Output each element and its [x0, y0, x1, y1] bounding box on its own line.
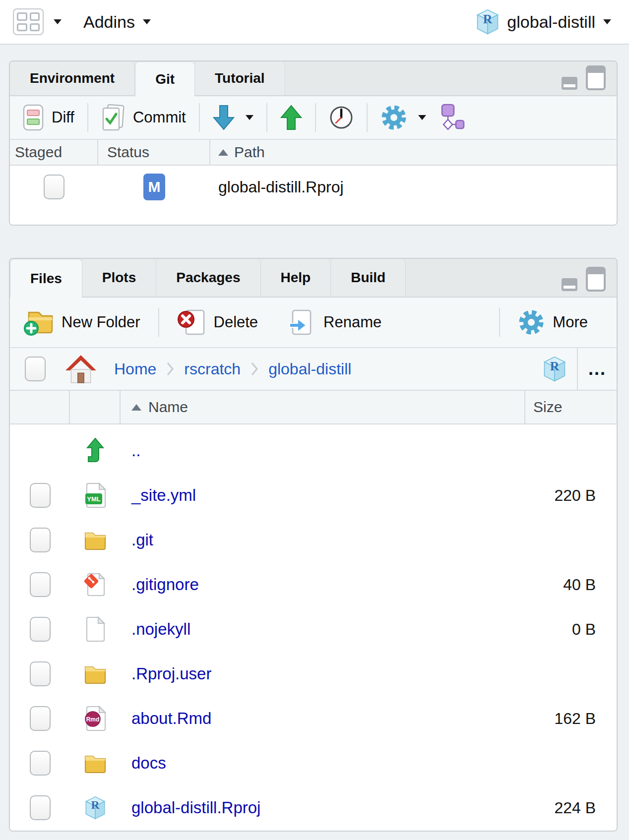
- tab-environment[interactable]: Environment: [10, 61, 135, 95]
- files-toolbar: New Folder Delete Rename Mor: [10, 298, 617, 348]
- branch-graph-icon: [440, 104, 465, 131]
- folder-icon: [84, 530, 107, 550]
- file-link[interactable]: .git: [131, 531, 153, 549]
- diff-icon: [23, 104, 44, 131]
- rename-button[interactable]: Rename: [283, 308, 386, 336]
- file-checkbox[interactable]: [30, 706, 51, 731]
- file-row: docs: [10, 741, 617, 785]
- staged-checkbox[interactable]: [44, 175, 64, 199]
- tab-packages[interactable]: Packages: [156, 259, 260, 297]
- more-button[interactable]: More: [513, 309, 593, 336]
- chevron-right-icon: [251, 361, 258, 376]
- gear-icon: [380, 104, 407, 131]
- file-link[interactable]: .gitignore: [131, 575, 199, 594]
- file-link[interactable]: global-distill.Rproj: [131, 798, 260, 817]
- file-checkbox[interactable]: [30, 483, 51, 508]
- file-row: .gitignore 40 B: [10, 562, 617, 607]
- file-link[interactable]: .Rproj.user: [131, 664, 211, 683]
- file-size: 0 B: [525, 620, 617, 639]
- minimize-pane-icon[interactable]: [561, 76, 578, 90]
- file-checkbox[interactable]: [30, 661, 51, 686]
- file-link[interactable]: .nojekyll: [131, 620, 190, 638]
- checkbox-column-header: [10, 391, 70, 423]
- name-column-header[interactable]: Name: [121, 391, 525, 423]
- git-file-path: global-distill.Rproj: [210, 178, 617, 196]
- new-folder-button[interactable]: New Folder: [19, 308, 145, 336]
- pull-down-arrow-icon: [213, 104, 235, 131]
- pane-layout-icon: [13, 8, 44, 35]
- maximize-pane-icon[interactable]: [586, 65, 606, 90]
- path-column-header[interactable]: Path: [210, 140, 617, 165]
- file-link[interactable]: ..: [131, 441, 140, 460]
- file-size: 162 B: [525, 710, 617, 728]
- file-link[interactable]: docs: [131, 754, 166, 772]
- home-icon[interactable]: [64, 354, 97, 384]
- maximize-pane-icon[interactable]: [586, 267, 606, 292]
- size-column-header[interactable]: Size: [525, 391, 617, 423]
- svg-text:R: R: [91, 798, 100, 811]
- sort-ascending-icon: [218, 149, 228, 156]
- chevron-down-icon: [603, 19, 611, 24]
- git-toolbar: Diff Commit: [10, 96, 617, 140]
- file-checkbox[interactable]: [30, 617, 51, 642]
- file-link[interactable]: about.Rmd: [131, 709, 211, 727]
- project-menu-button[interactable]: R global-distill: [476, 9, 611, 35]
- git-table-header: Staged Status Path: [10, 140, 617, 166]
- history-button[interactable]: [324, 105, 359, 130]
- git-pane-tabbar: EnvironmentGitTutorial: [10, 61, 617, 96]
- new-folder-icon: [24, 308, 54, 336]
- rename-icon: [288, 308, 315, 336]
- main-toolbar: Addins R global-distill: [0, 0, 629, 45]
- breadcrumb-home-link[interactable]: Home: [114, 360, 156, 378]
- modified-status-badge: M: [143, 174, 165, 200]
- tab-plots[interactable]: Plots: [82, 259, 156, 297]
- pull-button[interactable]: [208, 104, 258, 131]
- chevron-down-icon: [418, 115, 426, 120]
- icon-column-header: [70, 391, 121, 423]
- files-pane-tabbar: FilesPlotsPackagesHelpBuild: [10, 259, 617, 298]
- tab-git[interactable]: Git: [135, 61, 195, 96]
- branch-view-button[interactable]: [435, 104, 470, 131]
- git-pane: EnvironmentGitTutorial Diff: [9, 60, 618, 226]
- minimize-pane-icon[interactable]: [561, 278, 578, 292]
- commit-icon: [101, 104, 125, 131]
- staged-column-header[interactable]: Staged: [10, 140, 98, 165]
- tab-build[interactable]: Build: [331, 259, 406, 297]
- r-project-icon: R: [476, 9, 499, 35]
- gear-icon: [518, 309, 545, 336]
- commit-button[interactable]: Commit: [96, 104, 191, 131]
- push-up-arrow-icon: [280, 104, 302, 131]
- new-folder-label: New Folder: [62, 313, 140, 331]
- pane-layout-button[interactable]: [13, 8, 62, 35]
- file-checkbox[interactable]: [30, 795, 51, 820]
- r-project-icon: R: [543, 356, 566, 382]
- plain-file-icon: [85, 616, 105, 642]
- delete-button[interactable]: Delete: [172, 308, 263, 336]
- breadcrumb-project-link[interactable]: global-distill: [268, 360, 351, 378]
- yml-file-icon: YML: [84, 482, 106, 508]
- select-all-checkbox[interactable]: [25, 357, 46, 381]
- project-name: global-distill: [507, 12, 595, 32]
- file-checkbox[interactable]: [30, 572, 51, 597]
- diff-button[interactable]: Diff: [18, 104, 79, 131]
- chevron-down-icon: [54, 19, 62, 24]
- file-size: 220 B: [525, 486, 617, 505]
- git-more-button[interactable]: [376, 104, 431, 131]
- file-row: Rmd about.Rmd 162 B: [10, 696, 617, 741]
- tab-tutorial[interactable]: Tutorial: [195, 61, 285, 95]
- rename-label: Rename: [323, 313, 381, 331]
- breadcrumb: Home rscratch global-distill R ...: [10, 348, 617, 391]
- git-file-row[interactable]: M global-distill.Rproj: [10, 168, 617, 206]
- breadcrumb-rscratch-link[interactable]: rscratch: [184, 360, 241, 378]
- file-checkbox[interactable]: [30, 528, 51, 552]
- directory-more-button[interactable]: ...: [577, 348, 617, 390]
- addins-button[interactable]: Addins: [83, 12, 135, 32]
- tab-help[interactable]: Help: [261, 259, 331, 297]
- file-checkbox[interactable]: [30, 751, 51, 776]
- file-link[interactable]: _site.yml: [131, 486, 196, 504]
- status-column-header[interactable]: Status: [98, 140, 210, 165]
- push-button[interactable]: [275, 104, 307, 131]
- git-file-icon: [84, 572, 106, 598]
- tab-files[interactable]: Files: [10, 259, 82, 298]
- file-size: 224 B: [525, 799, 617, 817]
